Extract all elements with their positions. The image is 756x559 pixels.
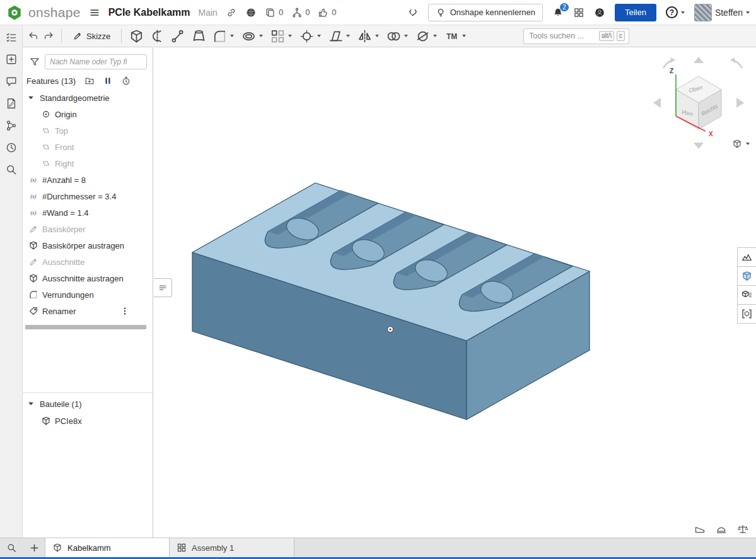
feature-item-front[interactable]: Front <box>23 139 153 155</box>
notifications-button[interactable]: 2 <box>552 7 564 18</box>
tool-pattern[interactable] <box>270 28 294 44</box>
hole-icon[interactable] <box>299 28 315 44</box>
feature-filter-input[interactable] <box>45 54 147 69</box>
redo-button[interactable] <box>43 30 54 42</box>
extrude-icon[interactable] <box>129 28 144 44</box>
share-link-icon[interactable] <box>226 7 237 18</box>
bom-panel-tab[interactable] <box>737 285 756 305</box>
feature-item-ausschnitte-austragen[interactable]: Ausschnitte austragen <box>23 270 153 286</box>
workspace-name[interactable]: Main <box>199 8 218 18</box>
pattern-icon[interactable] <box>270 28 286 44</box>
feature-item-origin[interactable]: Origin <box>23 106 153 122</box>
user-menu[interactable]: Steffen <box>694 4 750 21</box>
feature-item-renamer[interactable]: Renamer <box>23 303 153 319</box>
units-icon[interactable] <box>737 524 748 535</box>
tool-search-input[interactable] <box>528 31 596 41</box>
community-icon[interactable] <box>594 7 605 18</box>
dropdown-caret-icon[interactable] <box>373 28 381 44</box>
main-menu-icon[interactable] <box>89 7 100 18</box>
view-options-button[interactable] <box>731 138 751 150</box>
mirror-icon[interactable] <box>357 28 373 44</box>
tessellation-quality-icon[interactable] <box>694 524 706 535</box>
document-notes-icon[interactable] <box>5 97 18 110</box>
dropdown-caret-icon[interactable] <box>431 28 439 44</box>
revolve-icon[interactable] <box>149 28 165 44</box>
likes-counter[interactable]: 0 <box>318 7 336 18</box>
comments-icon[interactable] <box>5 75 18 88</box>
dropdown-caret-icon[interactable] <box>402 28 410 44</box>
feature-item-top[interactable]: Top <box>23 122 153 139</box>
split-icon[interactable] <box>415 28 431 44</box>
tool-fillet[interactable] <box>212 28 236 44</box>
loft-icon[interactable] <box>191 28 207 44</box>
tool-revolve[interactable] <box>149 28 165 44</box>
sweep-icon[interactable] <box>170 28 186 44</box>
dropdown-caret-icon[interactable] <box>344 28 352 44</box>
tool-boolean[interactable] <box>386 28 410 44</box>
part-item-pcie8x[interactable]: PCIe8x <box>23 413 153 429</box>
insert-icon[interactable] <box>5 53 18 66</box>
feature-item-basisk-rper-austragen[interactable]: Basiskörper austragen <box>23 237 153 254</box>
graphics-area[interactable]: Oben Vorn Rechts Z X <box>154 48 756 538</box>
tool-hole[interactable] <box>299 28 323 44</box>
display-states-panel-tab[interactable] <box>737 266 756 286</box>
history-icon[interactable] <box>5 141 18 154</box>
feature-item-anzahl-8[interactable]: (x)#Anzahl = 8 <box>23 172 153 188</box>
view-cube[interactable]: Oben Vorn Rechts <box>676 76 721 129</box>
feature-item-wand-1-4[interactable]: (x)#Wand = 1.4 <box>23 204 153 221</box>
transform-icon[interactable]: TM <box>444 28 460 44</box>
tool-shell[interactable] <box>241 28 265 44</box>
copies-counter[interactable]: 0 <box>265 7 283 18</box>
tool-mirror[interactable] <box>357 28 381 44</box>
new-folder-icon[interactable] <box>84 76 95 86</box>
feature-group-standardgeometrie[interactable]: Standardgeometrie <box>23 90 153 106</box>
dropdown-caret-icon[interactable] <box>228 28 236 44</box>
tool-search-box[interactable]: alt/\ c <box>523 28 629 44</box>
fillet-icon[interactable] <box>212 28 228 44</box>
onshape-logo-icon[interactable] <box>6 4 23 21</box>
tool-draft[interactable] <box>328 28 352 44</box>
sketch-button[interactable]: Skizze <box>69 28 114 44</box>
tool-extrude[interactable] <box>129 28 144 44</box>
tool-transform[interactable]: TM <box>444 28 468 44</box>
shell-icon[interactable] <box>241 28 257 44</box>
feature-item-right[interactable]: Right <box>23 155 153 172</box>
search-icon[interactable] <box>5 163 18 176</box>
filter-icon[interactable] <box>29 56 40 68</box>
share-button[interactable]: Teilen <box>615 4 656 21</box>
feature-item-basisk-rper[interactable]: Basiskörper <box>23 221 153 237</box>
forks-counter[interactable]: 0 <box>291 7 310 18</box>
boolean-icon[interactable] <box>386 28 402 44</box>
suppress-icon[interactable] <box>103 76 113 86</box>
tab-assembly-1[interactable]: Assembly 1 <box>170 538 294 557</box>
tool-loft[interactable] <box>191 28 207 44</box>
public-document-icon[interactable] <box>245 7 257 18</box>
learn-button[interactable]: Onshape kennenlernen <box>428 4 543 21</box>
draft-icon[interactable] <box>328 28 344 44</box>
configuration-panel-tab[interactable] <box>737 304 756 324</box>
help-menu[interactable]: ? <box>666 6 685 18</box>
display-quality-icon[interactable] <box>716 524 727 535</box>
feature-item-ausschnitte[interactable]: Ausschnitte <box>23 254 153 270</box>
context-menu-icon[interactable] <box>120 306 130 316</box>
feature-item-verrundungen[interactable]: Verrundungen <box>23 286 153 303</box>
tab-search-button[interactable] <box>0 538 23 557</box>
scene-canvas[interactable]: Oben Vorn Rechts Z X <box>154 48 756 538</box>
dropdown-caret-icon[interactable] <box>460 28 468 44</box>
tool-split[interactable] <box>415 28 439 44</box>
rollback-history-icon[interactable] <box>121 76 131 86</box>
origin-marker[interactable] <box>388 327 393 332</box>
feature-item-durchmesser-3-4[interactable]: (x)#Durchmesser = 3.4 <box>23 188 153 204</box>
parts-header[interactable]: Bauteile (1) <box>23 395 153 413</box>
feature-panel-handle[interactable] <box>154 278 172 297</box>
tab-kabelkamm[interactable]: Kabelkamm <box>45 538 170 557</box>
dropdown-caret-icon[interactable] <box>286 28 294 44</box>
appearance-panel-tab[interactable] <box>737 247 756 267</box>
feature-list-icon[interactable] <box>5 31 18 44</box>
dropdown-caret-icon[interactable] <box>315 28 323 44</box>
app-switcher-icon[interactable] <box>573 7 584 18</box>
rollback-bar[interactable] <box>25 325 146 329</box>
new-tab-button[interactable] <box>23 538 45 557</box>
tool-sweep[interactable] <box>170 28 186 44</box>
model-part[interactable] <box>192 183 590 420</box>
